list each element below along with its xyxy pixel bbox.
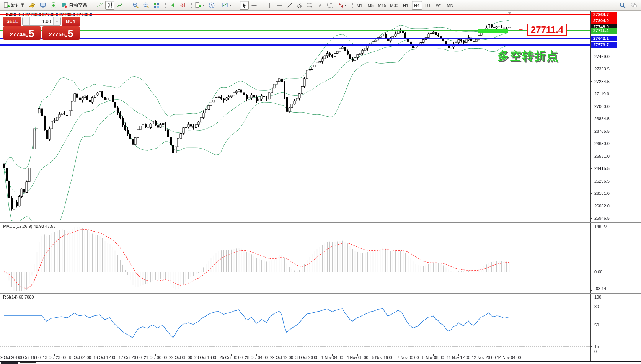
bar-chart-button[interactable]: [95, 1, 104, 10]
time-label: 8 Nov 08:00: [420, 355, 447, 360]
search-button[interactable]: [618, 1, 628, 10]
green-highlight-bar[interactable]: [478, 29, 508, 33]
trendline-icon: [286, 2, 292, 8]
chart-tab-stub[interactable]: [1, 362, 18, 364]
indicators-button[interactable]: [193, 1, 206, 10]
volume-stepper[interactable]: ▼ 1.00 ▲: [22, 17, 61, 26]
timeframe-d1[interactable]: D1: [423, 1, 433, 10]
timeframe-m30[interactable]: M30: [388, 1, 400, 10]
price-tick-label: 27234.5: [594, 79, 621, 84]
hline-27864.7[interactable]: [0, 14, 590, 15]
volume-decrease-icon[interactable]: ▼: [23, 17, 30, 25]
panel-separator[interactable]: [0, 292, 641, 292]
horizontal-line-icon: [276, 3, 282, 8]
price-tick-label: 27000.0: [594, 104, 621, 109]
timeframe-m5[interactable]: M5: [365, 1, 376, 10]
chat-button[interactable]: [628, 1, 639, 10]
price-tick-label: 26181.0: [594, 191, 621, 196]
time-label: 17 Oct 20:00: [117, 355, 144, 360]
time-label: 1 Nov 04:00: [319, 355, 346, 360]
timeframe-w1[interactable]: W1: [434, 1, 444, 10]
sell-button[interactable]: SELL: [3, 17, 21, 26]
macd-axis-label: 146.27: [594, 224, 621, 229]
auto-scroll-button[interactable]: [167, 1, 177, 10]
text-label-button[interactable]: T: [325, 1, 335, 10]
zoom-in-button[interactable]: [131, 1, 140, 10]
price-callout[interactable]: 27711.4: [527, 24, 567, 36]
toolbar: 新订单 自动交易: [0, 0, 641, 11]
panel-separator[interactable]: [0, 293, 641, 294]
vertical-line-button[interactable]: [265, 1, 274, 10]
time-label: 7 Nov 00:00: [395, 355, 421, 360]
search-icon: [619, 2, 626, 9]
volume-input[interactable]: 1.00: [30, 17, 53, 25]
price-label-27864.7: 27864.7: [591, 12, 617, 18]
price-tick-label: 26884.5: [594, 116, 621, 121]
chart-tab-stub[interactable]: [20, 362, 36, 364]
bar-chart-icon: [96, 2, 103, 8]
candlestick-chart-button[interactable]: [105, 1, 114, 10]
price-tick-label: 26415.5: [594, 166, 621, 171]
chart-shift-button[interactable]: [178, 1, 187, 10]
terminal-button[interactable]: [38, 1, 48, 10]
buy-price-button[interactable]: 27756.5: [42, 26, 80, 40]
equidistant-channel-button[interactable]: E: [295, 1, 304, 10]
price-tick-label: 27469.0: [594, 54, 621, 59]
price-tick-label: 27353.5: [594, 66, 621, 72]
gold-icon: [29, 2, 36, 8]
timeframe-h1[interactable]: H1: [401, 1, 411, 10]
periods-button[interactable]: [207, 1, 220, 10]
market-watch-button[interactable]: [27, 1, 37, 10]
price-label-27579.7: 27579.7: [591, 42, 617, 48]
fibonacci-button[interactable]: F: [305, 1, 315, 10]
price-tick-label: 26531.0: [594, 153, 621, 159]
trendline-button[interactable]: [285, 1, 294, 10]
timeframe-m15[interactable]: M15: [377, 1, 388, 10]
templates-button[interactable]: [220, 1, 233, 10]
caret-down-icon: [216, 4, 218, 7]
news-button[interactable]: [49, 1, 59, 10]
arrows-icon: [338, 2, 344, 8]
time-label: 13 Oct 23:00: [41, 355, 68, 360]
horizontal-line-button[interactable]: [275, 1, 284, 10]
new-order-button[interactable]: 新订单: [2, 1, 26, 10]
line-chart-button[interactable]: [115, 1, 125, 10]
timeframe-h4[interactable]: H4: [412, 1, 422, 10]
hline-27748.0[interactable]: [0, 27, 590, 27]
sell-price-button[interactable]: 27746.5: [3, 26, 41, 40]
toolbar-grip: [90, 2, 93, 9]
auto-scroll-icon: [169, 2, 175, 8]
text-a-icon: A: [317, 2, 323, 8]
time-label: 22 Oct 08:00: [167, 355, 194, 360]
arrows-button[interactable]: [336, 1, 348, 10]
time-label: 30 Oct 20:00: [294, 355, 320, 360]
toolbar-grip: [235, 2, 238, 9]
svg-text:E: E: [300, 6, 302, 8]
hline-27804.9[interactable]: [0, 21, 590, 21]
callout-dash: –: [519, 26, 523, 34]
buy-button[interactable]: BUY: [62, 17, 80, 26]
toolbar-grip: [163, 2, 166, 9]
crosshair-button[interactable]: [250, 1, 259, 10]
hline-27579.7[interactable]: [0, 44, 590, 46]
timeframe-m1[interactable]: M1: [354, 1, 365, 10]
tile-windows-button[interactable]: [152, 1, 161, 10]
cursor-button[interactable]: [240, 1, 249, 10]
time-label: 12 Nov 20:00: [470, 355, 497, 360]
panel-separator[interactable]: [0, 221, 641, 221]
text-button[interactable]: A: [315, 1, 325, 10]
turning-point-annotation[interactable]: 多空转折点: [497, 48, 559, 64]
hline-27642.1[interactable]: [0, 38, 590, 39]
zoom-in-icon: [132, 2, 139, 8]
timeframe-mn[interactable]: MN: [445, 1, 455, 10]
mt5-window: 新订单 自动交易: [0, 0, 641, 364]
chat-icon: [630, 2, 638, 8]
time-label: 25 Oct 00:00: [218, 355, 245, 360]
volume-increase-icon[interactable]: ▲: [53, 17, 60, 25]
auto-trading-label: 自动交易: [69, 2, 87, 8]
panel-separator[interactable]: [0, 222, 641, 223]
buy-price-dec: .5: [65, 29, 73, 39]
time-label: 11 Nov 12:00: [445, 355, 472, 360]
auto-trading-button[interactable]: 自动交易: [59, 1, 89, 10]
zoom-out-button[interactable]: [141, 1, 151, 10]
